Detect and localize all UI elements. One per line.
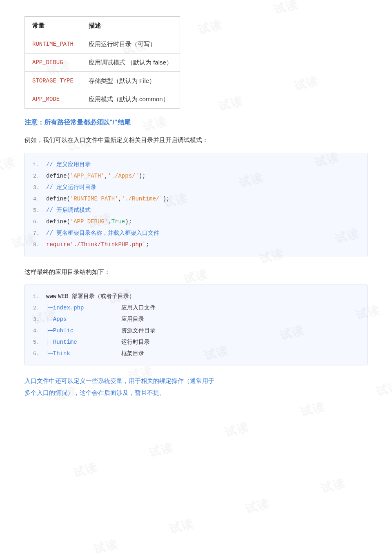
- table-cell-description: 应用运行时目录（可写）: [81, 35, 180, 53]
- dir-line-number: 4.: [33, 326, 42, 336]
- code-part: define(: [46, 193, 70, 205]
- dir-item: 资源文件目录: [121, 325, 156, 336]
- code-line: 3.// 定义运行时目录: [33, 182, 359, 193]
- code-line: 4.define('RUNTIME_PATH','./Runtime/');: [33, 193, 359, 205]
- dir-line-number: 5.: [33, 337, 42, 348]
- dir-line: 6.└─Think框架目录: [33, 348, 359, 359]
- line-number: 3.: [33, 182, 42, 193]
- code-part: './Runtime/': [122, 193, 163, 205]
- code-part: './Apps/': [108, 170, 139, 182]
- code-line: 5.// 开启调试模式: [33, 205, 359, 216]
- dir-item: ├─index.php: [46, 302, 111, 314]
- paragraph-2: 这样最终的应用目录结构如下：: [24, 266, 368, 277]
- dir-line: 2.├─index.php应用入口文件: [33, 302, 359, 314]
- table-header-constant: 常量: [25, 17, 81, 35]
- dir-line: 1.www WEB 部署目录（或者子目录）: [33, 291, 359, 302]
- code-comment: // 更名框架目录名称，并载入框架入口文件: [46, 227, 159, 239]
- dir-item: ├─Public: [46, 325, 111, 336]
- table-row: RUNTIME_PATH应用运行时目录（可写）: [25, 35, 180, 53]
- code-part: True: [111, 216, 125, 227]
- table-cell-constant: APP_MODE: [25, 90, 81, 109]
- code-part: 'APP_DEBUG': [70, 216, 108, 227]
- code-comment: // 定义运行时目录: [46, 182, 96, 193]
- code-part: );: [163, 193, 170, 205]
- table-cell-constant: STORAGE_TYPE: [25, 72, 81, 90]
- code-part: ;: [146, 239, 149, 250]
- code-part: 'APP_PATH': [70, 170, 105, 182]
- code-part: 'RUNTIME_PATH': [70, 193, 118, 205]
- dir-line-number: 1.: [33, 291, 42, 302]
- line-number: 7.: [33, 228, 42, 239]
- dir-line-number: 3.: [33, 314, 42, 325]
- table-row: STORAGE_TYPE存储类型（默认为 File）: [25, 72, 180, 90]
- dir-line: 3.├─Apps应用目录: [33, 314, 359, 325]
- table-row: APP_MODE应用模式（默认为 common）: [25, 90, 180, 109]
- dir-line: 4.├─Public资源文件目录: [33, 325, 359, 336]
- dir-line-number: 2.: [33, 303, 42, 314]
- paragraph-1: 例如，我们可以在入口文件中重新定义相关目录并且开启调试模式：: [24, 134, 368, 145]
- code-part: );: [139, 170, 146, 182]
- table-cell-description: 应用调试模式 （默认为 false）: [81, 53, 180, 72]
- code-line: 1.// 定义应用目录: [33, 159, 359, 170]
- code-part: ,: [118, 193, 121, 205]
- line-number: 4.: [33, 194, 42, 205]
- code-comment: // 定义应用目录: [46, 159, 91, 170]
- dir-item: 应用入口文件: [121, 302, 156, 314]
- code-part: define(: [46, 170, 70, 182]
- dir-item: WEB 部署目录（或者子目录）: [58, 291, 135, 302]
- code-part: define(: [46, 216, 70, 227]
- footer-note: 入口文件中还可以定义一些系统变量，用于相关的绑定操作（通常用于 多个入口的情况）…: [24, 375, 368, 398]
- dir-item: www: [46, 291, 56, 302]
- table-cell-constant: RUNTIME_PATH: [25, 35, 81, 53]
- code-part: );: [125, 216, 132, 227]
- constants-table: 常量 描述 RUNTIME_PATH应用运行时目录（可写）APP_DEBUG应用…: [24, 16, 180, 109]
- footer-line-1: 入口文件中还可以定义一些系统变量，用于相关的绑定操作（通常用于: [24, 375, 368, 387]
- code-block: 1.// 定义应用目录2.define('APP_PATH','./Apps/'…: [24, 153, 368, 256]
- table-cell-description: 应用模式（默认为 common）: [81, 90, 180, 109]
- code-comment: // 开启调试模式: [46, 205, 91, 216]
- dir-block: 1.www WEB 部署目录（或者子目录）2.├─index.php应用入口文件…: [24, 285, 368, 365]
- code-part: ,: [108, 216, 111, 227]
- code-line: 7.// 更名框架目录名称，并载入框架入口文件: [33, 227, 359, 239]
- table-cell-constant: APP_DEBUG: [25, 53, 81, 72]
- dir-item: 应用目录: [121, 314, 144, 325]
- line-number: 8.: [33, 240, 42, 250]
- line-number: 2.: [33, 171, 42, 182]
- code-part: './Think/ThinkPHP.php': [70, 239, 146, 250]
- dir-item: ├─Apps: [46, 314, 111, 325]
- line-number: 1.: [33, 160, 42, 170]
- dir-line-number: 6.: [33, 349, 42, 359]
- code-line: 8.require './Think/ThinkPHP.php';: [33, 239, 359, 250]
- dir-item: 运行时目录: [121, 336, 150, 348]
- dir-item: ├─Runtime: [46, 336, 111, 348]
- code-part: require: [46, 239, 70, 250]
- code-line: 2.define('APP_PATH','./Apps/');: [33, 170, 359, 182]
- code-part: ,: [105, 170, 108, 182]
- table-row: APP_DEBUG应用调试模式 （默认为 false）: [25, 53, 180, 72]
- code-line: 6.define('APP_DEBUG',True);: [33, 216, 359, 227]
- line-number: 6.: [33, 217, 42, 227]
- notice-text: 注意：所有路径常量都必须以"/"结尾: [24, 118, 368, 127]
- dir-item: └─Think: [46, 348, 111, 359]
- dir-line: 5.├─Runtime运行时目录: [33, 336, 359, 348]
- table-cell-description: 存储类型（默认为 File）: [81, 72, 180, 90]
- line-number: 5.: [33, 205, 42, 216]
- table-header-description: 描述: [81, 17, 180, 35]
- footer-line-2: 多个入口的情况），这个会在后面涉及，暂且不提。: [24, 387, 368, 399]
- dir-item: 框架目录: [121, 348, 144, 359]
